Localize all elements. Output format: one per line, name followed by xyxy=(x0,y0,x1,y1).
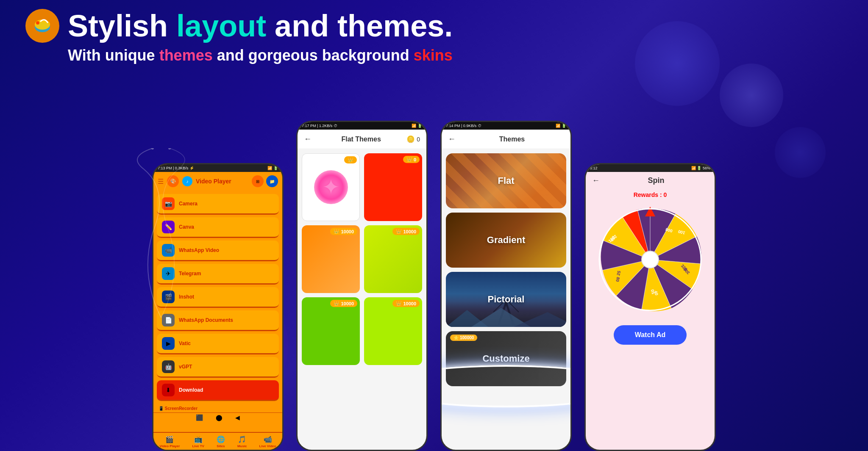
subtitle-red: skins xyxy=(414,47,453,64)
svg-point-33 xyxy=(642,251,659,268)
status-bar-4: 5:12 📶 🔋 56% xyxy=(586,164,715,172)
back-arrow-2[interactable]: ← xyxy=(304,135,312,144)
page-title: Stylish layout and themes. xyxy=(68,8,453,43)
theme-card-green1[interactable]: 👑 10000 xyxy=(302,297,360,365)
subtitle: With unique themes and gorgeous backgrou… xyxy=(68,47,453,64)
bottom-nav-1: 🎬 Video Player 📺 Live TV 🌐 Sites 🎵 Music… xyxy=(153,432,282,450)
theme-card-orange[interactable]: 👑 10000 xyxy=(302,225,360,293)
back-nav[interactable]: ◀ xyxy=(235,414,240,421)
header-icons: ⊞ 📁 xyxy=(252,175,278,187)
nav-video-player[interactable]: 🎬 Video Player xyxy=(160,435,180,448)
status-bar-3: 7:14 PM | 0.9KB/s ⏱ 📶 🔋 xyxy=(442,122,570,130)
app-item-vatic[interactable]: ▶ Vatic xyxy=(157,334,279,354)
theme-badge-green2: 👑 10000 xyxy=(392,300,420,307)
theme-card-green2[interactable]: 👑 10000 xyxy=(364,297,422,365)
crown-icon-g2: 👑 xyxy=(396,301,402,306)
flat-themes-header: ← Flat Themes 🪙 0 xyxy=(298,130,426,149)
themes-list: Flat Gradient Pictorial xyxy=(442,149,570,390)
nav-music[interactable]: 🎵 Music xyxy=(237,435,247,448)
mountain-svg xyxy=(446,306,566,327)
nav-live-tv[interactable]: 📺 Live TV xyxy=(192,435,204,448)
star-icon-customize: ⭐ xyxy=(453,335,459,340)
watch-ad-button[interactable]: Watch Ad xyxy=(614,325,687,345)
app-item-vgpt[interactable]: 🤖 vGPT xyxy=(157,357,279,378)
live-tv-nav-icon: 📺 xyxy=(194,435,203,443)
flat-themes-title: Flat Themes xyxy=(316,136,406,143)
themes-title: Themes xyxy=(460,136,564,143)
crown-icon-yg: 👑 xyxy=(396,229,402,234)
svg-point-2 xyxy=(36,21,39,25)
status-text-4: 5:12 xyxy=(590,166,598,170)
back-arrow-3[interactable]: ← xyxy=(448,135,456,144)
back-arrow-4[interactable]: ← xyxy=(592,176,600,185)
title-highlight: layout xyxy=(176,9,266,43)
svg-point-37 xyxy=(168,148,171,149)
screen-recorder-item[interactable]: 📱 ScreenRecorder xyxy=(153,404,282,412)
theme-card-red[interactable]: 👑 0 xyxy=(364,153,422,221)
music-nav-icon: 🎵 xyxy=(238,435,246,443)
vgpt-icon: 🤖 xyxy=(162,360,175,373)
download-icon: ⬇ xyxy=(162,384,175,396)
spin-title: Spin xyxy=(604,176,708,185)
nav-live-video[interactable]: 📹 Live Video xyxy=(259,435,276,448)
sites-nav-icon: 🌐 xyxy=(217,435,225,443)
svg-point-1 xyxy=(35,19,50,30)
theme-flat[interactable]: Flat xyxy=(446,153,566,208)
subtitle-part2: and gorgeous background xyxy=(213,47,414,64)
theme-badge-green1: 👑 10000 xyxy=(330,300,357,307)
theme-grid: 👑 👑 0 👑 10000 xyxy=(298,149,426,369)
bottom-dots: ⬛ ⬤ ◀ xyxy=(153,412,282,422)
theme-card-sparkle[interactable]: 👑 xyxy=(302,153,360,221)
svg-point-36 xyxy=(151,148,154,149)
swirl-decoration xyxy=(119,148,203,318)
subtitle-pink: themes xyxy=(159,47,213,64)
coin-icon: 🪙 xyxy=(406,135,415,143)
rewards-label: Rewards : 0 xyxy=(586,191,715,198)
theme-badge-red: 👑 0 xyxy=(403,156,420,163)
circle-nav[interactable]: ⬤ xyxy=(216,414,223,421)
theme-badge-orange: 👑 10000 xyxy=(330,228,357,235)
app-item-download[interactable]: ⬇ Download xyxy=(157,380,279,401)
spin-wheel-container: 800 320 40 80 200 0 100 300 50 25 160 xyxy=(586,200,715,319)
theme-customize[interactable]: ⭐ 100000 Customize xyxy=(446,331,566,386)
red-badge-value: 0 xyxy=(414,157,416,162)
phone-spin: 5:12 📶 🔋 56% ← Spin Rewards : 0 xyxy=(584,163,716,451)
status-text-3: 7:14 PM | 0.9KB/s ⏱ xyxy=(446,124,481,128)
title-part1: Stylish xyxy=(68,9,176,43)
status-bar-2: 7:17 PM | 1.2KB/s ⏱ 📶 🔋 xyxy=(298,122,426,130)
status-text-2: 7:17 PM | 1.2KB/s ⏱ xyxy=(302,124,337,128)
crown-icon-g1: 👑 xyxy=(334,301,339,306)
crown-icon-red: 👑 xyxy=(406,157,412,162)
folder-icon[interactable]: 📁 xyxy=(266,175,278,187)
phone-flat-themes: 7:17 PM | 1.2KB/s ⏱ 📶 🔋 ← Flat Themes 🪙 … xyxy=(296,121,428,451)
svg-marker-8 xyxy=(514,312,566,327)
crown-icon-orange: 👑 xyxy=(334,229,339,234)
app-icon xyxy=(25,9,59,43)
vatic-icon: ▶ xyxy=(162,337,175,350)
theme-pictorial[interactable]: Pictorial xyxy=(446,272,566,327)
theme-badge-free: 👑 xyxy=(344,156,357,163)
square-nav[interactable]: ⬛ xyxy=(196,414,203,421)
theme-card-yellow-green[interactable]: 👑 10000 xyxy=(364,225,422,293)
spin-header: ← Spin xyxy=(586,172,715,189)
live-video-nav-icon: 📹 xyxy=(264,435,272,443)
customize-badge: ⭐ 100000 xyxy=(450,335,477,341)
spin-wheel-svg[interactable]: 800 320 40 80 200 0 100 300 50 25 160 xyxy=(595,205,705,315)
bg-orb-2 xyxy=(720,64,783,127)
crown-icon-badge: 👑 xyxy=(348,157,353,163)
grid-icon[interactable]: ⊞ xyxy=(252,175,264,187)
video-player-nav-icon: 🎬 xyxy=(165,435,174,443)
themes-header: ← Themes xyxy=(442,130,570,149)
subtitle-part1: With unique xyxy=(68,47,159,64)
theme-badge-yellow-green: 👑 10000 xyxy=(392,228,420,235)
title-part2: and themes. xyxy=(266,9,453,43)
coins-display: 🪙 0 xyxy=(406,135,420,143)
nav-sites[interactable]: 🌐 Sites xyxy=(217,435,225,448)
sparkle-visual xyxy=(314,170,348,204)
phone-themes: 7:14 PM | 0.9KB/s ⏱ 📶 🔋 ← Themes Flat Gr… xyxy=(440,121,572,451)
theme-gradient[interactable]: Gradient xyxy=(446,213,566,268)
page-header: Stylish layout and themes. With unique t… xyxy=(25,8,843,64)
coins-value: 0 xyxy=(417,136,420,143)
customize-badge-value: 100000 xyxy=(460,335,474,340)
